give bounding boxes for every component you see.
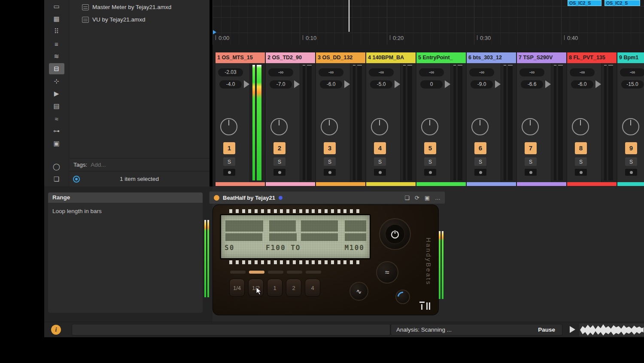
tags-row[interactable]: Tags: Add... [69,158,210,171]
track-peak-value[interactable]: -∞ [620,68,644,76]
pause-button[interactable]: Pause [538,326,555,333]
pan-knob[interactable] [622,118,639,135]
track-title[interactable]: 4 140BPM_BA [366,52,416,63]
pan-knob[interactable] [270,118,288,135]
track-title[interactable]: 5 EntryPoint_ [416,52,466,63]
track-title[interactable]: 7 TSP_S290V [517,52,566,63]
track-number-badge[interactable]: 6 [474,142,486,154]
track-number-badge[interactable]: 8 [575,142,587,154]
wave-knob[interactable]: ≈ [376,261,398,284]
tags-add-field[interactable]: Add... [91,162,106,168]
solo-button[interactable]: S [324,158,336,166]
solo-button[interactable]: S [374,158,386,166]
pan-knob[interactable] [421,118,438,135]
solo-button[interactable]: S [273,158,286,166]
sidebar-item-tuning[interactable]: ⊶ [49,125,64,137]
time-ruler-label[interactable]: 0:20 [393,35,404,41]
pan-knob[interactable] [220,118,237,135]
sidebar-item-instruments[interactable]: ⠿ [49,26,64,37]
sidebar-item-midi-effects[interactable]: ≋ [49,51,64,62]
sidebar-item-current-project[interactable]: ◯ [49,161,64,172]
monitor-button[interactable] [273,169,286,176]
solo-button[interactable]: S [625,158,637,166]
pan-knob[interactable] [572,118,589,135]
time-ruler-label[interactable]: 0:40 [567,35,578,41]
pan-knob[interactable] [371,118,388,135]
mix-knob[interactable] [395,290,410,304]
track-peak-value[interactable]: -∞ [519,68,544,76]
beat-division-button[interactable]: 1 [267,279,283,297]
track-volume-value[interactable]: -6.6 [521,80,543,88]
power-knob[interactable] [379,218,411,250]
loop-start-marker-icon[interactable] [213,30,216,34]
track-peak-value[interactable]: -∞ [570,68,595,76]
timeline[interactable]: OS_IC2_SOS_IC2_S 0:000:100:200:300:40 [213,0,644,45]
beat-division-button[interactable]: 4 [305,279,320,297]
track-peak-value[interactable]: -∞ [268,68,293,76]
track-number-badge[interactable]: 5 [424,142,436,154]
track-volume-value[interactable]: -6.0 [571,80,593,88]
solo-button[interactable]: S [223,158,235,166]
sidebar-item-templates[interactable]: ▣ [49,138,64,149]
device-title-bar[interactable]: BeatHalf by Tejay21 ❏⟳▣… [209,191,445,204]
browser-file-row[interactable]: Master Meter by Tejay21.amxd [69,1,210,13]
monitor-button[interactable] [223,169,235,176]
monitor-button[interactable] [474,169,486,176]
track-title[interactable]: 9 Bpm1 [617,52,644,63]
browser-file-row[interactable]: VU by Tejay21.amxd [69,13,210,26]
track-volume-value[interactable]: -9.0 [471,80,493,88]
arrangement-clip[interactable]: OS_IC2_S [605,0,640,6]
track-peak-value[interactable]: -∞ [419,68,444,76]
track-number-badge[interactable]: 9 [625,142,637,154]
track-number-badge[interactable]: 1 [223,142,235,154]
track-strip[interactable]: 5 EntryPoint_ -∞ 0 5 S [416,52,466,186]
pan-knob[interactable] [522,118,539,135]
solo-button[interactable]: S [525,158,537,166]
track-volume-value[interactable]: -4.0 [219,80,242,88]
monitor-button[interactable] [374,169,386,176]
beat-division-button[interactable]: 1/4 [229,279,245,297]
track-volume-value[interactable]: -7.0 [270,80,292,88]
track-strip[interactable]: 7 TSP_S290V -∞ -6.6 7 S [517,52,566,186]
track-title[interactable]: 8 FL_PVT_135 [567,52,617,63]
pan-knob[interactable] [321,118,338,135]
track-peak-value[interactable]: -∞ [369,68,394,76]
monitor-button[interactable] [324,169,336,176]
sidebar-item-grooves[interactable]: ≈ [49,113,64,124]
track-volume-value[interactable]: -6.0 [320,80,342,88]
arrangement-clip[interactable]: OS_IC2_S [568,0,601,6]
track-strip[interactable]: 4 140BPM_BA -∞ -5.0 4 S [366,52,416,186]
track-number-badge[interactable]: 2 [273,142,286,154]
solo-button[interactable]: S [424,158,436,166]
device-activator-button[interactable] [214,195,219,201]
track-volume-value[interactable]: -5.0 [370,80,392,88]
track-title[interactable]: 2 OS_TD2_90 [266,52,315,63]
sidebar-item-collections[interactable]: ❏ [49,174,64,185]
monitor-button[interactable] [625,169,637,176]
track-peak-value[interactable]: -∞ [319,68,343,76]
sidebar-item-clips[interactable]: ▶ [49,88,64,99]
track-number-badge[interactable]: 3 [324,142,336,154]
sidebar-item-sounds[interactable]: ▭ [49,1,64,12]
monitor-button[interactable] [525,169,537,176]
time-ruler-label[interactable]: 0:00 [219,35,229,41]
time-ruler[interactable]: 0:000:100:200:300:40 [213,33,644,45]
sidebar-item-plug-ins[interactable]: ⊹ [49,76,64,87]
popout-window-icon[interactable]: ❏ [404,195,410,201]
beat-division-button[interactable]: 2 [286,279,301,297]
sidebar-item-audio-effects[interactable]: ≡ [49,38,64,49]
track-number-badge[interactable]: 7 [525,142,537,154]
track-volume-value[interactable]: 0 [420,80,443,88]
time-ruler-label[interactable]: 0:10 [306,35,316,41]
pan-knob[interactable] [471,118,489,135]
solo-button[interactable]: S [474,158,486,166]
track-strip[interactable]: 3 OS_DD_132 -∞ -6.0 3 S [316,52,365,186]
preview-waveform[interactable] [579,323,644,336]
time-ruler-label[interactable]: 0:30 [480,35,491,41]
track-strip[interactable]: 6 bts_303_12 -∞ -9.0 6 S [467,52,516,186]
track-title[interactable]: 6 bts_303_12 [467,52,516,63]
track-strip[interactable]: 1 OS_MTS_15 -2.03 -4.0 1 S [216,52,265,186]
more-options-icon[interactable]: … [435,195,440,201]
track-peak-value[interactable]: -∞ [469,68,494,76]
monitor-button[interactable] [575,169,587,176]
